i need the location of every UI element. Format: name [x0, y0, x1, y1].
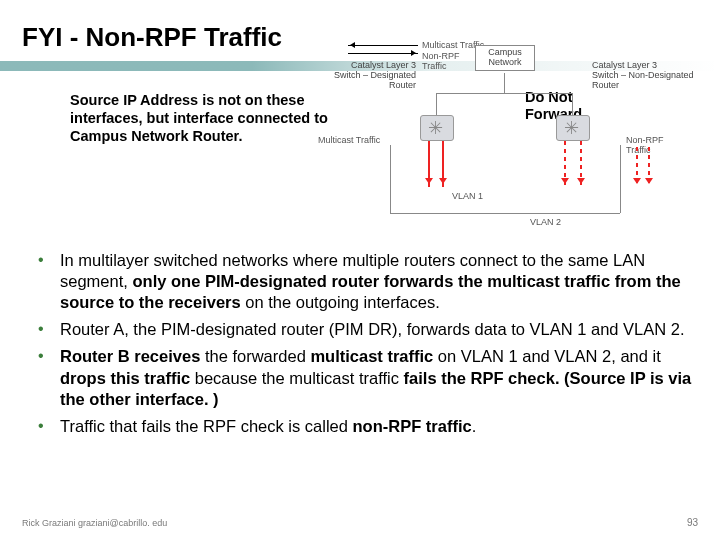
- arrow-red-b1: [564, 141, 566, 187]
- campus-network-box: Campus Network: [475, 45, 535, 71]
- bullet-bold: non-RPF traffic: [353, 417, 472, 435]
- bullet-item: Router A, the PIM-designated router (PIM…: [30, 319, 692, 340]
- bullet-text: Traffic that fails the RPF check is call…: [60, 417, 353, 435]
- router-a-icon: ✳: [420, 115, 454, 141]
- vlan1-label: VLAN 1: [452, 191, 483, 201]
- arrow-red-a1: [428, 141, 430, 187]
- arrow-red-far1: [636, 147, 638, 187]
- bullet-item: In multilayer switched networks where mu…: [30, 250, 692, 313]
- router-star-icon: ✳: [564, 117, 579, 139]
- bracket-right: [620, 145, 621, 213]
- arrow-red-a2: [442, 141, 444, 187]
- bullet-item: Traffic that fails the RPF check is call…: [30, 416, 692, 437]
- bullet-text: Router A, the PIM-designated router (PIM…: [60, 320, 685, 338]
- bracket-bottom: [390, 213, 620, 214]
- arrow-red-far2: [648, 147, 650, 187]
- source-ip-callout: Source IP Address is not on these interf…: [70, 91, 335, 145]
- line-campus-down: [504, 73, 505, 93]
- bullet-list: In multilayer switched networks where mu…: [30, 250, 692, 443]
- bullet-html: Router B receives the forwarded multicas…: [60, 347, 691, 407]
- footer-page-number: 93: [687, 517, 698, 528]
- bullet-text: on the outgoing interfaces.: [241, 293, 440, 311]
- switch-b-label: Catalyst Layer 3 Switch – Non-Designated…: [588, 59, 698, 93]
- router-b-icon: ✳: [556, 115, 590, 141]
- nonrpf-side-label: Non-RPF Traffic: [626, 135, 664, 155]
- line-to-router-a: [436, 93, 437, 115]
- footer-author: Rick Graziani graziani@cabrillo. edu: [22, 518, 167, 528]
- upper-region: Source IP Address is not on these interf…: [0, 71, 720, 251]
- arrow-red-b2: [580, 141, 582, 187]
- network-diagram: Multicast Traffic Non-RPF Traffic Campus…: [340, 39, 700, 249]
- router-star-icon: ✳: [428, 117, 443, 139]
- arrow-multicast-in: [348, 45, 418, 46]
- line-to-router-b: [572, 93, 573, 115]
- line-campus-split: [436, 93, 572, 94]
- switch-a-label: Catalyst Layer 3 Switch – Designated Rou…: [320, 59, 420, 93]
- legend-nonrpf: Non-RPF Traffic: [422, 51, 460, 71]
- bullet-text: .: [472, 417, 477, 435]
- bracket-left: [390, 145, 391, 213]
- multicast-side-label: Multicast Traffic: [318, 135, 380, 145]
- vlan2-label: VLAN 2: [530, 217, 561, 227]
- bullet-item: Router B receives the forwarded multicas…: [30, 346, 692, 409]
- arrow-nonrpf-out: [348, 53, 418, 54]
